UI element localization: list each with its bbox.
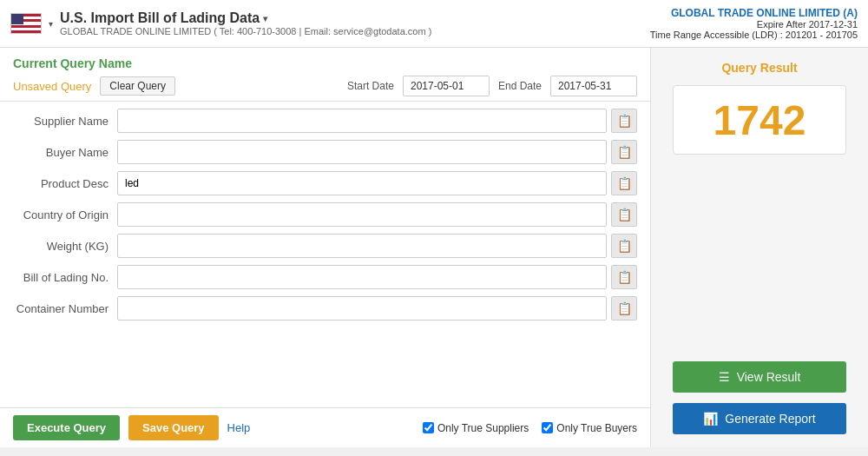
field-label-buyer-name: Buyer Name <box>13 146 117 159</box>
query-header-row: Unsaved Query Clear Query Start Date End… <box>13 76 637 96</box>
form-row: Container Number📋 <box>13 296 637 321</box>
left-panel: Current Query Name Unsaved Query Clear Q… <box>0 48 651 447</box>
list-icon: ☰ <box>719 370 730 384</box>
view-result-label: View Result <box>737 370 801 384</box>
field-label-country-of-origin: Country of Origin <box>13 208 117 221</box>
footer: Execute Query Save Query Help Only True … <box>0 407 650 447</box>
field-input-supplier-name[interactable] <box>117 109 607 133</box>
form-row: Buyer Name📋 <box>13 140 637 164</box>
flag-dropdown[interactable]: ▾ <box>49 19 53 29</box>
result-number: 1742 <box>713 96 806 144</box>
view-result-button[interactable]: ☰ View Result <box>673 361 846 393</box>
us-flag-icon <box>10 13 42 34</box>
only-suppliers-checkbox-label[interactable]: Only True Suppliers <box>423 422 529 434</box>
header: ▾ U.S. Import Bill of Lading Data ▾ GLOB… <box>0 0 868 48</box>
field-input-container-number[interactable] <box>117 296 607 321</box>
field-label-container-number: Container Number <box>13 302 117 315</box>
clear-query-button[interactable]: Clear Query <box>100 76 175 96</box>
field-input-bill-of-lading-no.[interactable] <box>117 265 607 289</box>
field-picker-icon-3[interactable]: 📋 <box>611 202 637 227</box>
only-buyers-checkbox-label[interactable]: Only True Buyers <box>542 422 637 434</box>
time-range: Time Range Accessible (LDR) : 201201 - 2… <box>650 30 858 40</box>
field-picker-icon-1[interactable]: 📋 <box>611 140 637 164</box>
field-input-buyer-name[interactable] <box>117 140 607 164</box>
execute-query-button[interactable]: Execute Query <box>13 415 120 440</box>
only-buyers-checkbox[interactable] <box>542 422 553 433</box>
query-header-inner: Unsaved Query Clear Query <box>13 76 175 96</box>
form-row: Weight (KG)📋 <box>13 234 637 258</box>
date-row: Start Date End Date <box>347 76 637 96</box>
result-box: 1742 <box>673 85 846 155</box>
end-date-label: End Date <box>498 80 542 92</box>
main-container: Current Query Name Unsaved Query Clear Q… <box>0 48 868 447</box>
expire-label: Expire After 2017-12-31 <box>650 19 858 30</box>
start-date-label: Start Date <box>347 80 394 92</box>
current-query-label: Current Query Name <box>13 56 637 70</box>
form-row: Country of Origin📋 <box>13 202 637 227</box>
chart-icon: 📊 <box>703 412 718 426</box>
company-name: GLOBAL TRADE ONLINE LIMITED (A) <box>650 7 858 19</box>
start-date-input[interactable] <box>403 76 490 96</box>
field-picker-icon-6[interactable]: 📋 <box>611 296 637 321</box>
generate-report-label: Generate Report <box>725 412 815 426</box>
checkbox-group: Only True Suppliers Only True Buyers <box>423 422 637 434</box>
header-left: ▾ U.S. Import Bill of Lading Data ▾ GLOB… <box>10 10 431 36</box>
field-label-bill-of-lading-no.: Bill of Lading No. <box>13 271 117 284</box>
only-suppliers-checkbox[interactable] <box>423 422 434 433</box>
app-title: U.S. Import Bill of Lading Data ▾ <box>60 10 431 26</box>
field-picker-icon-0[interactable]: 📋 <box>611 109 637 133</box>
header-subtitle: GLOBAL TRADE ONLINE LIMITED ( Tel: 400-7… <box>60 26 431 36</box>
field-input-country-of-origin[interactable] <box>117 202 607 227</box>
field-picker-icon-4[interactable]: 📋 <box>611 234 637 258</box>
field-picker-icon-2[interactable]: 📋 <box>611 171 637 195</box>
generate-report-button[interactable]: 📊 Generate Report <box>673 403 846 434</box>
query-result-label: Query Result <box>721 61 797 75</box>
field-label-supplier-name: Supplier Name <box>13 115 117 128</box>
field-input-product-desc[interactable] <box>117 171 607 195</box>
field-label-product-desc: Product Desc <box>13 177 117 190</box>
only-buyers-label: Only True Buyers <box>556 422 637 434</box>
field-input-weight-(kg)[interactable] <box>117 234 607 258</box>
only-suppliers-label: Only True Suppliers <box>437 422 529 434</box>
end-date-input[interactable] <box>550 76 637 96</box>
form-row: Supplier Name📋 <box>13 109 637 133</box>
help-link[interactable]: Help <box>227 421 251 434</box>
app-title-text: U.S. Import Bill of Lading Data <box>60 10 260 26</box>
form-row: Bill of Lading No.📋 <box>13 265 637 289</box>
header-right: GLOBAL TRADE ONLINE LIMITED (A) Expire A… <box>650 7 858 40</box>
save-query-button[interactable]: Save Query <box>128 415 219 440</box>
field-label-weight-(kg): Weight (KG) <box>13 240 117 253</box>
query-header: Current Query Name Unsaved Query Clear Q… <box>0 48 650 102</box>
form-area: Supplier Name📋Buyer Name📋Product Desc📋Co… <box>0 102 650 407</box>
field-picker-icon-5[interactable]: 📋 <box>611 265 637 289</box>
unsaved-query-label: Unsaved Query <box>13 80 91 93</box>
right-panel: Query Result 1742 ☰ View Result 📊 Genera… <box>651 48 868 447</box>
title-dropdown-arrow[interactable]: ▾ <box>263 14 267 23</box>
form-row: Product Desc📋 <box>13 171 637 195</box>
header-title-area: U.S. Import Bill of Lading Data ▾ GLOBAL… <box>60 10 431 36</box>
